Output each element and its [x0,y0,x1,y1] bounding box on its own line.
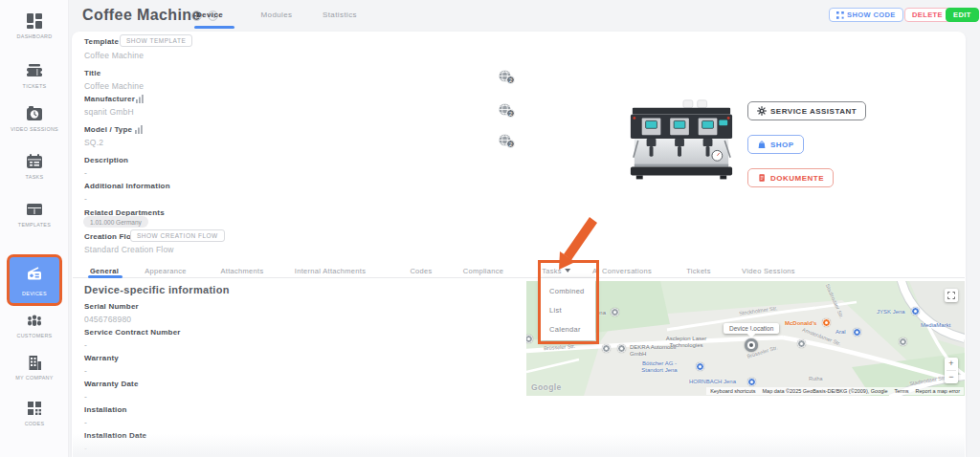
edit-button[interactable]: EDIT [946,8,979,22]
header-tab-device[interactable]: Device [196,11,223,19]
description-value: - [84,168,87,178]
service-contract-number-label: Service Contract Number [84,328,181,337]
map-marker[interactable] [602,344,611,353]
my-company-icon [25,353,44,372]
template-value: Coffee Machine [84,51,144,60]
documents-button[interactable]: DOKUMENTE [747,168,834,187]
sidebar-item-my-company[interactable]: MY COMPANY [0,353,69,381]
tab-attachments[interactable]: Attachments [221,267,264,275]
header-tab-statistics[interactable]: Statistics [323,11,357,19]
tickets-icon [25,61,44,80]
sidebar-item-devices[interactable]: DEVICES [7,254,62,306]
map-label: ena [596,310,606,316]
header-tab-modules[interactable]: Modules [260,11,292,19]
tab-label: AI Conversations [592,267,652,275]
tab-codes[interactable]: Codes [410,267,432,275]
translation-count-badge: 2 [506,140,515,148]
title-value: Coffee Machine [84,81,144,91]
keyboard-shortcuts-link[interactable]: Keyboard shortcuts [710,388,755,394]
manufacturer-label: Manufacturer [84,95,135,103]
translations-indicator[interactable]: 2 [499,133,518,152]
installation-label: Installation [84,405,127,414]
show-template-button[interactable]: SHOW TEMPLATE [120,34,192,47]
sidebar-item-dashboard[interactable]: DASHBOARD [0,11,69,39]
shopping-bag-icon [757,140,767,149]
map-label-boettcher: Böttcher AG - Standort Jena [635,360,684,374]
installation-date-label: Installation Date [84,431,146,440]
tasks-icon [25,152,44,171]
sidebar-item-label: TICKETS [0,83,69,89]
tab-tickets[interactable]: Tickets [686,267,711,275]
service-assistant-label: SERVICE ASSISTANT [770,107,857,116]
sidebar: DASHBOARD TICKETS VIDEO SESSIONS TASKS T… [0,0,69,457]
product-image [625,92,738,199]
tab-label: Tasks [542,267,562,275]
tab-ai-conversations[interactable]: AI Conversations [592,267,652,275]
department-chip: 1.01.000 Germany [83,216,148,228]
map-fullscreen-button[interactable] [945,289,958,302]
tab-tasks[interactable]: Tasks [542,267,570,275]
sidebar-item-customers[interactable]: CUSTOMERS [0,311,69,338]
warranty-date-label: Warranty Date [84,380,139,388]
report-map-error-link[interactable]: Report a map error [916,388,960,394]
map-marker[interactable] [899,337,907,346]
shop-button[interactable]: SHOP [747,135,804,154]
delete-button[interactable]: DELETE [904,8,950,22]
map-marker[interactable] [911,307,920,316]
map-marker[interactable] [696,362,704,371]
tab-label: Appearance [145,267,186,275]
show-code-button[interactable]: SHOW CODE [829,8,903,22]
dropdown-item-list[interactable]: List [541,300,595,319]
map-marker[interactable] [611,308,619,316]
dropdown-item-combined[interactable]: Combined [541,281,595,300]
tab-appearance[interactable]: Appearance [145,267,186,275]
sidebar-item-video-sessions[interactable]: VIDEO SESSIONS [0,104,69,132]
sidebar-item-label: CUSTOMERS [0,333,69,338]
warranty-value: - [84,366,87,376]
zoom-out-button[interactable]: − [945,371,958,383]
additional-information-label: Additional Information [84,182,170,190]
sidebar-item-templates[interactable]: TEMPLATES [0,200,69,228]
map-attribution: Keyboard shortcuts Map data ©2025 GeoBas… [706,387,964,395]
map-data-text: Map data ©2025 GeoBasis-DE/BKG (©2009), … [763,388,888,394]
map-marker[interactable] [822,318,831,327]
sidebar-item-label: TEMPLATES [0,222,69,228]
page-title: Coffee Machine [82,7,201,24]
service-assistant-button[interactable]: SERVICE ASSISTANT [747,101,866,120]
translations-indicator[interactable]: 2 [499,102,518,121]
sidebar-item-codes[interactable]: CODES [0,399,69,426]
map-marker[interactable] [853,328,861,337]
map-label-aral: Aral [835,329,846,336]
dashboard-icon [25,11,44,31]
sidebar-item-tickets[interactable]: TICKETS [0,61,69,89]
map-marker[interactable] [797,339,806,348]
show-code-label: SHOW CODE [847,11,896,19]
terms-link[interactable]: Terms [895,388,909,394]
installation-date-value: - [84,444,87,453]
map-label-hornbach: HORNBACH Jena [689,379,736,385]
translation-count-badge: 2 [506,76,515,84]
zoom-in-button[interactable]: + [945,358,958,370]
creation-flow-value: Standard Creation Flow [84,245,174,254]
sidebar-item-label: DEVICES [10,291,59,296]
google-logo: Google [531,382,562,392]
tab-internal-attachments[interactable]: Internal Attachments [295,267,366,275]
dropdown-item-calendar[interactable]: Calendar [541,319,595,338]
map-marker[interactable] [617,344,626,353]
device-location-tooltip: Device Location [724,323,779,334]
shop-label: SHOP [770,141,794,149]
show-creation-flow-button[interactable]: SHOW CREATION FLOW [130,229,225,242]
tab-video-sessions[interactable]: Video Sessions [742,267,795,275]
title-label: Title [84,69,100,77]
tab-compliance[interactable]: Compliance [463,267,504,275]
translations-indicator[interactable]: 2 [499,69,518,88]
sidebar-item-tasks[interactable]: TASKS [0,152,69,180]
additional-information-value: - [84,194,87,204]
tab-general[interactable]: General [90,267,119,275]
map-marker[interactable] [747,378,756,386]
tab-label: Tickets [686,267,711,275]
installation-value: - [84,418,87,427]
tab-bar-divider [73,277,965,278]
section-heading: Device-specific information [84,284,230,295]
active-tab-underline [88,275,122,278]
